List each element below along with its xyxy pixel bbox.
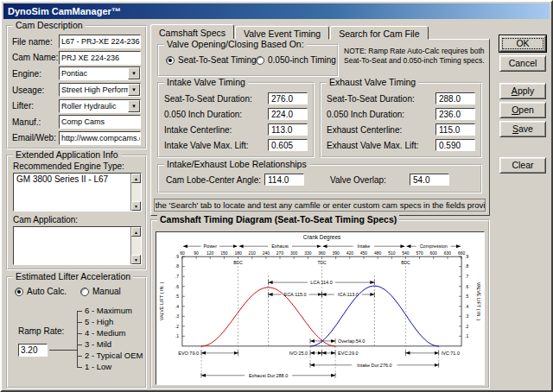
intake-centerline-label: Intake Centerline: xyxy=(164,125,232,135)
scale-item-typical-oem: 2 - Typical OEM xyxy=(85,351,143,360)
intake-max-lift-input[interactable]: 0.605 xyxy=(268,139,308,151)
apply-button[interactable]: Apply xyxy=(499,83,546,99)
useage-label: Useage: xyxy=(12,85,59,95)
svg-text:EVO:79.0: EVO:79.0 xyxy=(178,351,199,356)
ramp-rate-input[interactable]: 3.20 xyxy=(18,344,48,357)
clear-button[interactable]: Clear xyxy=(499,157,546,174)
title-bar[interactable]: DynoSim CamManager™ xyxy=(3,3,550,19)
engine-select[interactable]: Pontiac ▼ xyxy=(59,66,141,80)
scroll-up-icon[interactable]: ▲ xyxy=(131,174,141,183)
cam-application-scrollbar[interactable]: ▲ ▼ xyxy=(130,227,141,264)
camshaft-timing-chart: Crank DegreesPowerExhaustIntakeCompressi… xyxy=(156,232,484,384)
engine-dropdown-icon[interactable]: ▼ xyxy=(128,67,140,79)
tab-valve-event-timing[interactable]: Valve Event Timing xyxy=(235,26,329,40)
cam-application-textarea[interactable]: ▲ ▼ xyxy=(13,226,142,265)
email-web-row: Email/Web: http://www.compcams.com xyxy=(8,130,145,146)
lifter-accel-title: Estimated Lifter Acceleration xyxy=(13,271,133,281)
valve-overlap-input[interactable]: 54.0 xyxy=(410,174,449,186)
scroll-down-icon[interactable]: ▼ xyxy=(131,201,141,211)
svg-text:Intake Dur:276.0: Intake Dur:276.0 xyxy=(357,363,391,368)
exhaust-max-lift-input[interactable]: 0.590 xyxy=(435,139,475,151)
open-button[interactable]: Open xyxy=(499,102,546,118)
svg-text:420: 420 xyxy=(346,250,354,256)
cam-description-group: Cam Description File name: L67 - PRJ-XE … xyxy=(6,25,147,149)
svg-text:IVC:71.0: IVC:71.0 xyxy=(442,351,460,356)
svg-text:.5: .5 xyxy=(465,294,468,299)
intake-centerline-input[interactable]: 113.0 xyxy=(268,123,308,136)
svg-text:360: 360 xyxy=(318,250,326,256)
svg-text:390: 390 xyxy=(333,250,340,256)
manual-radio[interactable]: Manual xyxy=(80,287,121,296)
svg-text:.3: .3 xyxy=(175,313,179,319)
scale-tick xyxy=(77,311,82,312)
manuf-input[interactable]: Comp Cams xyxy=(59,115,141,129)
svg-text:570: 570 xyxy=(416,250,423,256)
svg-text:300: 300 xyxy=(290,250,298,256)
svg-text:.3: .3 xyxy=(465,313,468,319)
inch-timing-radio[interactable]: 0.050-inch Timing xyxy=(256,55,336,65)
file-name-input[interactable]: L67 - PRJ-XE 224-236 +1.6:1... xyxy=(59,35,141,48)
intake-s2s-duration-label: Seat-To-Seat Duration: xyxy=(164,94,252,104)
svg-text:Compression: Compression xyxy=(420,243,448,249)
svg-text:ICA:113.0: ICA:113.0 xyxy=(338,292,359,297)
svg-text:.5: .5 xyxy=(175,294,179,299)
svg-text:.2: .2 xyxy=(175,324,179,329)
cam-name-input[interactable]: PRJ XE 224-236 xyxy=(59,51,141,65)
svg-text:540: 540 xyxy=(402,250,410,256)
exhaust-centerline-input[interactable]: 115.0 xyxy=(435,123,475,136)
exhaust-050-duration-input[interactable]: 236.0 xyxy=(435,108,475,120)
auto-calc-radio[interactable]: Auto Calc. xyxy=(15,287,67,296)
useage-dropdown-icon[interactable]: ▼ xyxy=(128,84,140,96)
svg-text:480: 480 xyxy=(374,250,382,256)
valve-overlap-label: Valve Overlap: xyxy=(330,175,386,185)
extended-app-info-group: Extended Application Info Recommended En… xyxy=(6,155,147,270)
save-button[interactable]: Save xyxy=(499,121,546,137)
lifter-dropdown-icon[interactable]: ▼ xyxy=(128,100,140,112)
svg-text:630: 630 xyxy=(444,250,452,256)
engine-type-text: GM 3800 Series II - L67 xyxy=(14,174,141,185)
timing-diagram-title: Camshaft Timing Diagram (Seat-To-Seat Ti… xyxy=(157,214,399,224)
email-web-input[interactable]: http://www.compcams.com xyxy=(59,131,141,145)
svg-text:90: 90 xyxy=(194,250,199,256)
exhaust-050-duration-label: 0.050 Inch Duration: xyxy=(327,110,404,119)
svg-text:.6: .6 xyxy=(175,284,179,289)
engine-row: Engine: Pontiac ▼ xyxy=(8,66,145,82)
intake-valve-timing-group: Intake Valve Timing Seat-To-Seat Duratio… xyxy=(157,82,315,158)
intake-s2s-duration-input[interactable]: 276.0 xyxy=(268,92,308,104)
cancel-button[interactable]: Cancel xyxy=(499,55,546,72)
lobe-center-angle-input[interactable]: 114.0 xyxy=(264,174,304,186)
radio-selected-icon xyxy=(15,288,23,296)
lifter-select[interactable]: Roller Hydraulic ▼ xyxy=(59,99,141,113)
ok-button[interactable]: OK xyxy=(499,35,546,52)
exhaust-s2s-duration-input[interactable]: 288.0 xyxy=(435,92,475,104)
lifter-label: Lifter: xyxy=(12,101,59,111)
tab-search-for-cam-file[interactable]: Search for Cam File xyxy=(330,26,428,40)
engine-type-scrollbar[interactable]: ▲ ▼ xyxy=(130,174,141,211)
useage-select[interactable]: Street High Performance ▼ xyxy=(59,83,141,97)
manual-label: Manual xyxy=(92,287,121,296)
svg-text:Exhaust Dur:288.0: Exhaust Dur:288.0 xyxy=(249,373,288,378)
seat-to-seat-radio[interactable]: Seat-To-Seat Timing xyxy=(166,55,257,65)
svg-text:.7: .7 xyxy=(175,274,179,279)
file-name-label: File name: xyxy=(12,37,59,47)
exhaust-centerline-label: Exhaust Centerline: xyxy=(327,125,402,135)
ramp-connector-line xyxy=(49,350,77,351)
svg-text:510: 510 xyxy=(388,250,396,256)
svg-text:.4: .4 xyxy=(175,304,179,309)
svg-text:.1: .1 xyxy=(175,333,179,338)
scale-tick xyxy=(77,356,82,357)
engine-type-textarea[interactable]: GM 3800 Series II - L67 ▲ ▼ xyxy=(13,173,142,212)
svg-text:Overlap:54.0: Overlap:54.0 xyxy=(338,338,365,344)
svg-text:.2: .2 xyxy=(465,324,468,329)
scale-tick xyxy=(77,322,82,323)
svg-text:VALVE LIFT ( IN. ): VALVE LIFT ( IN. ) xyxy=(476,282,481,321)
svg-text:Power: Power xyxy=(203,243,217,249)
scroll-up-icon[interactable]: ▲ xyxy=(131,227,141,237)
svg-text:Intake: Intake xyxy=(358,243,371,249)
svg-text:Exhaust: Exhaust xyxy=(271,243,289,249)
cam-description-body: File name: L67 - PRJ-XE 224-236 +1.6:1..… xyxy=(8,34,145,146)
scale-item-medium: 4 - Medium xyxy=(85,328,126,338)
scroll-down-icon[interactable]: ▼ xyxy=(131,255,141,264)
intake-050-duration-input[interactable]: 224.0 xyxy=(268,108,308,120)
scale-item-high: 5 - High xyxy=(85,317,113,326)
